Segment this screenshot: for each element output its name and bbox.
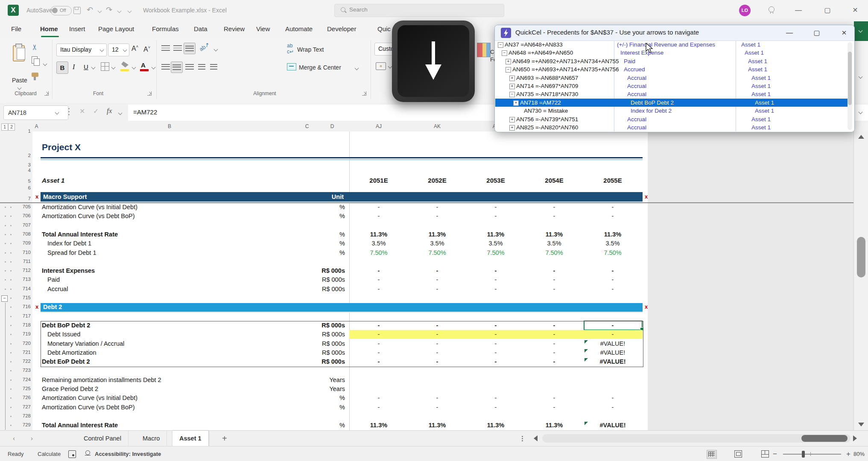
- cell[interactable]: -: [350, 321, 408, 330]
- maximize-button[interactable]: ▢: [818, 0, 837, 20]
- share-button[interactable]: [854, 21, 868, 41]
- search-input[interactable]: Search: [334, 4, 504, 17]
- cell[interactable]: -: [584, 394, 642, 403]
- cell[interactable]: 11.3%: [408, 230, 467, 239]
- quickcel-expand-icon[interactable]: +: [513, 100, 519, 106]
- lightbulb-icon[interactable]: [769, 6, 774, 12]
- zoom-out-button[interactable]: −: [773, 446, 777, 461]
- cell[interactable]: -: [525, 394, 584, 403]
- font-color-dropdown-icon[interactable]: [152, 65, 156, 70]
- minimize-button[interactable]: —: [789, 0, 808, 20]
- cell[interactable]: -: [350, 339, 408, 348]
- cell[interactable]: 7.50%: [467, 248, 525, 257]
- cell[interactable]: -: [584, 330, 642, 339]
- merge-center-button[interactable]: Merge & Center: [299, 64, 341, 71]
- copy-dropdown-icon[interactable]: [43, 62, 47, 66]
- horizontal-scroll-thumb[interactable]: [801, 435, 848, 442]
- align-left-icon[interactable]: [161, 64, 170, 70]
- quickcel-maximize-button[interactable]: ▢: [807, 25, 826, 40]
- quickcel-minimize-button[interactable]: —: [780, 25, 799, 40]
- cell[interactable]: -: [467, 212, 525, 221]
- cell[interactable]: 7.50%: [584, 248, 642, 257]
- section-delete-mark[interactable]: x: [35, 303, 38, 310]
- autosave-toggle[interactable]: Off: [50, 6, 72, 15]
- ribbon-tab-home[interactable]: Home: [40, 20, 58, 38]
- cell[interactable]: -: [584, 285, 642, 294]
- sheet-tab-asset1[interactable]: Asset 1: [172, 431, 209, 447]
- cancel-entry-icon[interactable]: ✕: [79, 107, 85, 115]
- fill-color-dropdown-icon[interactable]: [132, 65, 136, 70]
- quickcel-collapse-icon[interactable]: −: [498, 42, 503, 48]
- row-header-709[interactable]: 709: [12, 240, 31, 245]
- cell[interactable]: -: [525, 275, 584, 284]
- cell[interactable]: 3.5%: [408, 239, 467, 248]
- quickcel-scrollbar[interactable]: [848, 42, 852, 130]
- cell[interactable]: -: [525, 203, 584, 212]
- copy-icon[interactable]: [32, 56, 38, 64]
- quickcel-collapse-icon[interactable]: −: [506, 67, 511, 73]
- quickcel-expand-icon[interactable]: +: [506, 59, 511, 64]
- paste-dropdown-icon[interactable]: [18, 86, 22, 90]
- cell[interactable]: -: [350, 348, 408, 357]
- cell[interactable]: 7.50%: [350, 248, 408, 257]
- row-header-716[interactable]: 716: [12, 304, 31, 309]
- cell[interactable]: -: [525, 339, 584, 348]
- paste-icon[interactable]: [13, 44, 27, 61]
- quickcel-close-button[interactable]: ✕: [835, 25, 853, 40]
- quickcel-row[interactable]: +AN825 =-AN820*AN760AccrualAsset 1: [495, 123, 849, 131]
- bold-button[interactable]: B: [56, 61, 68, 74]
- section-delete-mark[interactable]: x: [35, 193, 38, 200]
- insert-function-icon[interactable]: fx: [107, 107, 112, 115]
- prev-sheet-icon[interactable]: ‹: [13, 431, 15, 446]
- unit-cell[interactable]: R$ 000s: [294, 358, 345, 365]
- align-top-icon[interactable]: [161, 45, 170, 51]
- scroll-down-icon[interactable]: [858, 423, 864, 426]
- cell[interactable]: 11.3%: [467, 230, 525, 239]
- row-header-4[interactable]: 4: [12, 168, 31, 173]
- tab-splitter-icon[interactable]: [522, 436, 523, 437]
- cell[interactable]: -: [525, 403, 584, 412]
- unit-cell[interactable]: %: [294, 240, 345, 247]
- hscroll-left-icon[interactable]: [534, 435, 538, 441]
- add-sheet-button[interactable]: +: [222, 431, 227, 446]
- cell[interactable]: -: [408, 275, 467, 284]
- decrease-indent-icon[interactable]: [198, 64, 205, 70]
- cell[interactable]: -: [467, 285, 525, 294]
- quickcel-row[interactable]: +AN649 =+AN692+AN713+AN734+AN755PaidAsse…: [495, 57, 849, 65]
- italic-button[interactable]: I: [73, 63, 75, 71]
- quickcel-expand-icon[interactable]: +: [509, 84, 515, 89]
- row-header-707[interactable]: 707: [12, 222, 31, 228]
- zoom-level[interactable]: 80%: [853, 446, 865, 461]
- unit-cell[interactable]: R$ 000s: [294, 322, 345, 329]
- cell[interactable]: 11.3%: [467, 421, 525, 430]
- quickcel-row-selected[interactable]: +AN718 =AM722Debt BoP Debt 2Asset 1: [495, 99, 849, 107]
- save-icon[interactable]: [73, 7, 81, 14]
- row-header-714[interactable]: 714: [12, 286, 31, 291]
- conditional-formatting-icon[interactable]: [477, 43, 491, 57]
- cell[interactable]: -: [408, 285, 467, 294]
- alignment-dialog-launcher-icon[interactable]: [362, 91, 366, 96]
- row-header-3[interactable]: 3: [12, 162, 31, 167]
- ribbon-tab-data[interactable]: Data: [194, 20, 208, 38]
- cell[interactable]: -: [525, 212, 584, 221]
- orientation-dropdown-icon[interactable]: [214, 47, 218, 52]
- unit-cell[interactable]: %: [294, 213, 345, 219]
- quickcel-row[interactable]: −AN648 =+AN649+AN650Interest ExpenseAsse…: [495, 49, 849, 57]
- accounting-format-icon[interactable]: ¤: [376, 62, 386, 70]
- undo-dropdown-icon[interactable]: [98, 9, 102, 13]
- cell[interactable]: -: [584, 275, 642, 284]
- cell[interactable]: -: [408, 348, 467, 357]
- ribbon-tab-review[interactable]: Review: [224, 20, 245, 38]
- unit-cell[interactable]: %: [294, 404, 345, 411]
- row-header-712[interactable]: 712: [12, 268, 31, 273]
- unit-cell[interactable]: R$ 000s: [294, 331, 345, 338]
- cell[interactable]: -: [408, 403, 467, 412]
- quickcel-expand-icon[interactable]: +: [509, 76, 515, 81]
- cell[interactable]: 7.50%: [525, 248, 584, 257]
- quickcel-collapse-icon[interactable]: −: [509, 92, 515, 97]
- decrease-font-icon[interactable]: A˅: [143, 45, 150, 53]
- font-color-swatch[interactable]: [140, 69, 149, 71]
- cell[interactable]: -: [408, 321, 467, 330]
- wrap-text-button[interactable]: Wrap Text: [297, 46, 324, 53]
- macro-record-icon[interactable]: [68, 450, 76, 458]
